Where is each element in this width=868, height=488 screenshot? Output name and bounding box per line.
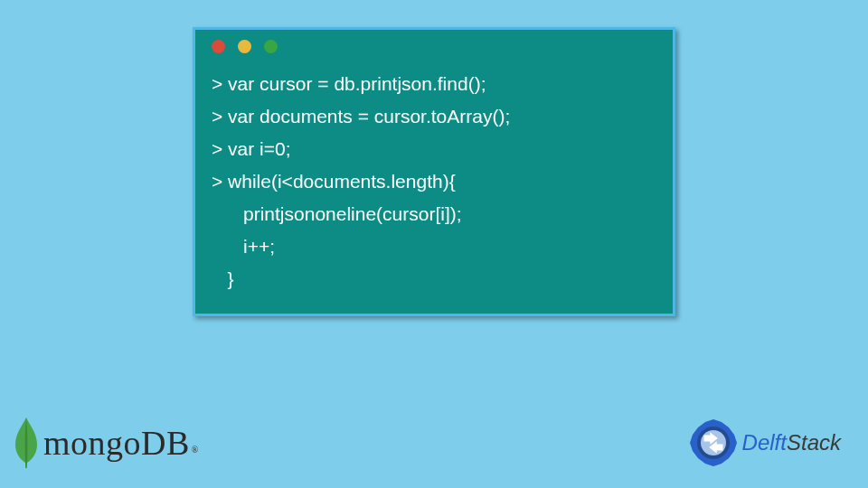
code-line: > while(i<documents.length){ [212, 165, 656, 198]
delftstack-logo: DelftStack [688, 418, 841, 468]
maximize-dot-icon [264, 40, 278, 53]
delftstack-text: DelftStack [742, 430, 841, 455]
svg-point-2 [701, 430, 726, 455]
mongodb-leaf-icon [13, 416, 40, 470]
mongodb-text: mongoDB® [43, 423, 199, 463]
code-window: > var cursor = db.printjson.find(); > va… [193, 27, 675, 316]
mongodb-logo: mongoDB® [13, 416, 199, 470]
code-line: > var i=0; [212, 133, 656, 165]
code-line: printjsononeline(cursor[i]); [212, 198, 656, 230]
code-line: i++; [212, 230, 656, 263]
code-line: } [212, 263, 656, 296]
delftstack-gear-icon [688, 418, 739, 468]
code-line: > var cursor = db.printjson.find(); [212, 68, 656, 100]
code-body: > var cursor = db.printjson.find(); > va… [195, 62, 673, 314]
footer: mongoDB® DelftStack [0, 416, 868, 470]
window-title-bar [195, 30, 673, 62]
minimize-dot-icon [238, 40, 251, 53]
close-dot-icon [212, 40, 225, 53]
code-line: > var documents = cursor.toArray(); [212, 100, 656, 133]
